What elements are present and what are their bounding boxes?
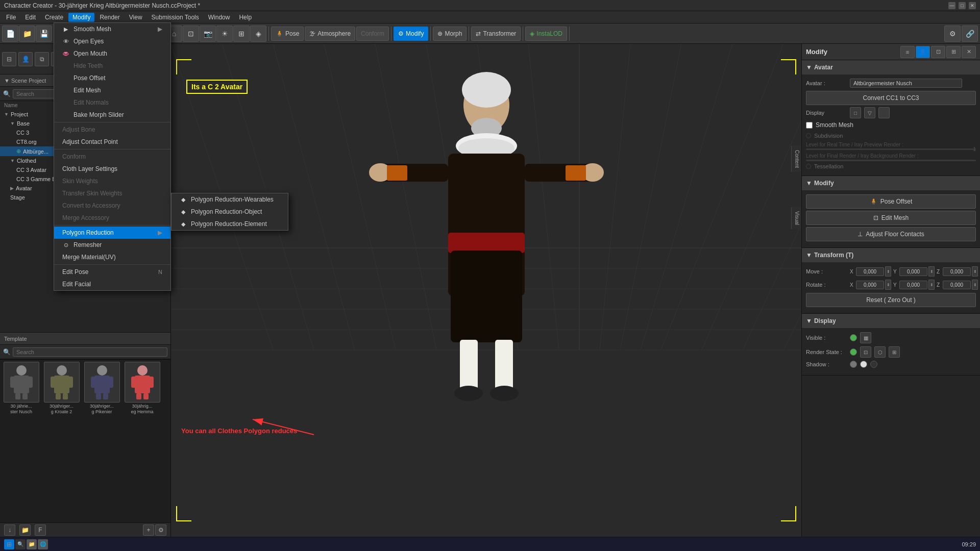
move-z-input[interactable] (943, 267, 971, 276)
menu-view[interactable]: View (125, 13, 146, 22)
instalod-btn[interactable]: ◈InstaLOD (525, 27, 567, 41)
rp-tab-texture[interactable]: ⊞ (946, 46, 961, 58)
rotate-z-input[interactable] (943, 281, 971, 289)
shadow-dot-1[interactable] (850, 361, 857, 368)
taskbar-search[interactable]: 🔍 (15, 539, 26, 549)
new-btn[interactable]: 📄 (2, 26, 18, 42)
cm-smooth-mesh[interactable]: ▶ Smooth Mesh ▶ (54, 23, 170, 35)
maximize-btn[interactable]: □ (959, 2, 966, 9)
rp-tab-person[interactable]: 👤 (916, 46, 930, 58)
rp-display-header[interactable]: ▼ Display (802, 314, 980, 328)
taskbar-file-explorer[interactable]: 📁 (27, 539, 37, 549)
panel-icon-1[interactable]: ⊟ (2, 52, 16, 66)
menu-create[interactable]: Create (41, 13, 67, 22)
rp-modify-header[interactable]: ▼ Modify (802, 176, 980, 190)
conform-btn[interactable]: Conform (356, 27, 389, 41)
template-search-input[interactable] (13, 347, 167, 357)
menu-file[interactable]: File (2, 13, 20, 22)
visual-tab[interactable]: Visual (791, 207, 801, 229)
rotate-x-input[interactable] (856, 281, 884, 289)
transformer-btn[interactable]: ⇄Transformer (471, 27, 521, 41)
minimize-btn[interactable]: — (948, 2, 955, 9)
cm-polygon-reduction[interactable]: Polygon Reduction ▶ (54, 227, 170, 239)
rp-transform-header[interactable]: ▼ Transform (T) (802, 248, 980, 262)
pose-btn[interactable]: 🧍Pose (271, 27, 304, 41)
cm-bake-morph[interactable]: Bake Morph Slider (54, 109, 170, 121)
taskbar-browser[interactable]: 🌐 (38, 539, 48, 549)
shadow-dot-3[interactable] (870, 361, 877, 368)
menu-help[interactable]: Help (235, 13, 256, 22)
cm-edit-pose[interactable]: Edit Pose N (54, 266, 170, 278)
thumb-item-3[interactable]: 30jähriger...g Pikenier (83, 362, 121, 415)
shadow-dot-2[interactable] (860, 361, 867, 368)
rp-tab-sliders[interactable]: ≡ (900, 46, 915, 58)
cm-adjust-contact[interactable]: Adjust Contact Point (54, 136, 170, 148)
render-mode-3[interactable]: ⊞ (889, 346, 900, 358)
cm-pr-element[interactable]: ◆ Polygon Reduction-Element (172, 218, 288, 230)
cm-merge-material[interactable]: Merge Material(UV) (54, 251, 170, 263)
menu-window[interactable]: Window (204, 13, 234, 22)
move-x-spin[interactable]: ⬍ (885, 266, 891, 277)
rotate-y-input[interactable] (899, 281, 927, 289)
settings-icon[interactable]: ⚙ (944, 26, 961, 42)
panel-icon-3[interactable]: ⧉ (35, 52, 49, 66)
thumb-item-1[interactable]: 30 jährie...ster Nusch (2, 362, 40, 415)
modify-btn[interactable]: ⚙Modify (394, 27, 428, 41)
bottom-folder-btn[interactable]: 📁 (19, 524, 31, 536)
cm-open-mouth[interactable]: 👄 Open Mouth (54, 47, 170, 60)
cm-edit-mesh[interactable]: Edit Mesh (54, 84, 170, 96)
bottom-file-btn[interactable]: F (35, 524, 46, 536)
frame-btn[interactable]: ⊡ (183, 26, 199, 42)
bottom-settings-btn[interactable]: ⚙ (155, 524, 166, 536)
avatar-name-input[interactable] (850, 79, 962, 88)
move-y-input[interactable] (899, 267, 927, 276)
close-btn[interactable]: ✕ (969, 2, 976, 9)
menu-modify[interactable]: Modify (68, 13, 94, 22)
atmosphere-btn[interactable]: 🌫Atmosphere (305, 27, 355, 41)
rp-avatar-header[interactable]: ▼ Avatar (802, 60, 980, 74)
convert-cc1-btn[interactable]: Convert CC1 to CC3 (806, 91, 976, 105)
rotate-x-spin[interactable]: ⬍ (885, 280, 891, 290)
visible-on-btn[interactable] (850, 334, 857, 341)
smooth-mesh-checkbox[interactable] (806, 122, 813, 129)
open-btn[interactable]: 📁 (19, 26, 35, 42)
morph-btn[interactable]: ⊕Morph (433, 27, 467, 41)
move-x-input[interactable] (856, 267, 884, 276)
cm-pr-object[interactable]: ◆ Polygon Reduction-Object (172, 206, 288, 218)
thumb-item-4[interactable]: 30jährig...eg Hemma (123, 362, 161, 415)
cm-pose-offset[interactable]: Pose Offset (54, 72, 170, 84)
rotate-z-spin[interactable]: ⬍ (972, 280, 978, 290)
content-tab[interactable]: Content (791, 146, 801, 172)
camera-btn[interactable]: 📷 (200, 26, 216, 42)
cm-pr-wearables[interactable]: ◆ Polygon Reduction-Wearables (172, 193, 288, 206)
grid-btn[interactable]: ⊞ (233, 26, 250, 42)
bottom-add-btn[interactable]: + (143, 524, 154, 536)
display-mode-1[interactable]: □ (850, 107, 861, 118)
cm-remesher[interactable]: ⊙ Remesher (54, 239, 170, 251)
adjust-floor-contacts-btn[interactable]: ⊥ Adjust Floor Contacts (806, 227, 976, 241)
menu-submission-tools[interactable]: Submission Tools (148, 13, 203, 22)
connect-icon[interactable]: 🔗 (962, 26, 978, 42)
menu-edit[interactable]: Edit (21, 13, 40, 22)
reset-zero-btn[interactable]: Reset ( Zero Out ) (806, 293, 976, 307)
render-mode-1[interactable]: ⊡ (860, 346, 871, 358)
move-z-spin[interactable]: ⬍ (972, 266, 978, 277)
bottom-down-btn[interactable]: ↓ (4, 524, 15, 536)
viewport[interactable]: Its a C 2 Avatar You can all Clothes Pol… (171, 44, 801, 537)
rotate-y-spin[interactable]: ⬍ (928, 280, 935, 290)
panel-icon-2[interactable]: 👤 (18, 52, 33, 66)
visible-mode-btn[interactable]: ▦ (860, 332, 871, 343)
display-mode-3[interactable] (878, 107, 890, 118)
pose-offset-btn[interactable]: 🧍 Pose Offset (806, 194, 976, 209)
menu-render[interactable]: Render (95, 13, 124, 22)
cm-edit-facial[interactable]: Edit Facial (54, 278, 170, 290)
move-y-spin[interactable]: ⬍ (928, 266, 935, 277)
rp-close-btn[interactable]: ✕ (962, 46, 976, 58)
render-mode-2[interactable]: ⬡ (874, 346, 886, 358)
render-btn[interactable]: ◈ (250, 26, 266, 42)
render-green-dot[interactable] (850, 348, 857, 356)
thumb-item-2[interactable]: 30jähriger...g Kroate 2 (42, 362, 81, 415)
display-mode-2[interactable]: ▽ (864, 107, 875, 118)
start-btn[interactable]: ⊞ (4, 539, 14, 549)
rp-tab-mesh[interactable]: ⊡ (931, 46, 945, 58)
